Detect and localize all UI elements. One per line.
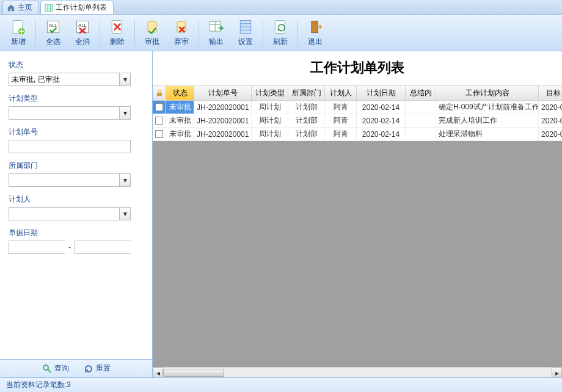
grid-header: 状态 计划单号 计划类型 所属部门 计划人 计划日期 总结内 工作计划内容 目标 — [153, 86, 562, 101]
row-checkbox[interactable] — [153, 114, 166, 127]
cell-content: 确定H-009试产计划前准备工作 — [436, 101, 539, 114]
planner-input[interactable] — [9, 208, 119, 220]
col-planno[interactable]: 计划单号 — [194, 86, 252, 100]
planno-input[interactable] — [9, 140, 130, 153]
delete-icon — [109, 18, 126, 35]
dropdown-icon[interactable]: ▾ — [119, 208, 130, 220]
horizontal-scrollbar[interactable]: ◂ ▸ — [153, 367, 562, 377]
refresh-icon — [272, 18, 289, 35]
col-content[interactable]: 工作计划内容 — [436, 86, 539, 100]
table-row[interactable]: 未审批JH-2020020001周计划计划部阿青2020-02-14确定H-00… — [153, 101, 562, 114]
row-checkbox[interactable] — [153, 101, 166, 114]
settings-icon — [237, 18, 254, 35]
svg-rect-25 — [157, 93, 162, 96]
col-checkbox[interactable] — [153, 86, 166, 100]
tab-home[interactable]: 主页 — [2, 1, 39, 14]
content-area: 工作计划单列表 状态 计划单号 计划类型 所属部门 计划人 计划日期 总结内 工… — [153, 51, 562, 377]
deselect-all-icon: ALL — [74, 18, 91, 35]
col-dept[interactable]: 所属部门 — [288, 86, 325, 100]
svg-point-23 — [43, 365, 48, 370]
col-target[interactable]: 目标 — [539, 86, 562, 100]
cell-planner: 阿青 — [325, 114, 357, 127]
dropdown-icon[interactable]: ▾ — [119, 107, 130, 119]
refresh-button[interactable]: 刷新 — [266, 16, 295, 50]
select-all-button[interactable]: ALL 全选 — [38, 16, 68, 50]
separator — [100, 20, 100, 46]
row-checkbox[interactable] — [153, 128, 166, 140]
separator — [35, 20, 36, 46]
tab-label: 主页 — [18, 2, 32, 13]
deselect-all-button[interactable]: ALL 全消 — [68, 16, 97, 50]
export-icon — [208, 18, 225, 35]
record-count: 当前资料记录笔数:3 — [6, 380, 71, 390]
reset-icon — [84, 364, 93, 374]
cell-planner: 阿青 — [325, 101, 357, 114]
table-row[interactable]: 未审批JH-2020020001周计划计划部阿青2020-02-14处理呆滞物料… — [153, 128, 562, 141]
home-icon — [7, 4, 15, 12]
svg-rect-22 — [312, 21, 318, 32]
cell-plantype: 周计划 — [252, 128, 288, 140]
page-title: 工作计划单列表 — [153, 51, 562, 85]
date-to-input[interactable] — [75, 241, 152, 253]
approve-button[interactable]: 审批 — [137, 16, 167, 50]
cell-status: 未审批 — [166, 114, 194, 127]
toolbar-label: 退出 — [308, 37, 323, 47]
dropdown-icon[interactable]: ▾ — [119, 174, 130, 186]
separator — [199, 20, 199, 46]
planno-input-wrap[interactable] — [9, 140, 131, 153]
toolbar-label: 输出 — [209, 37, 224, 47]
cell-status: 未审批 — [166, 128, 194, 140]
sidebar-footer: 查询 重置 — [0, 359, 152, 377]
cell-summary — [406, 114, 436, 127]
settings-button[interactable]: 设置 — [231, 16, 260, 50]
separator — [297, 20, 298, 46]
toolbar-label: 删除 — [110, 37, 125, 47]
scroll-thumb[interactable] — [163, 369, 224, 377]
cell-dept: 计划部 — [288, 114, 325, 127]
dept-input[interactable] — [9, 174, 119, 186]
col-status[interactable]: 状态 — [166, 86, 194, 100]
date-from-combo[interactable]: ▾ — [9, 241, 65, 254]
col-date[interactable]: 计划日期 — [357, 86, 406, 100]
cell-target: 2020-0 — [539, 101, 562, 114]
search-icon — [42, 364, 52, 374]
dropdown-icon[interactable]: ▾ — [119, 73, 130, 85]
approve-icon — [144, 18, 161, 35]
svg-line-24 — [48, 369, 51, 372]
scroll-right-icon[interactable]: ▸ — [552, 368, 562, 377]
svg-text:ALL: ALL — [78, 23, 87, 28]
svg-rect-21 — [275, 21, 285, 34]
status-input[interactable] — [9, 73, 119, 85]
exit-button[interactable]: 退出 — [301, 16, 330, 50]
scroll-left-icon[interactable]: ◂ — [153, 368, 163, 377]
dept-label: 所属部门 — [9, 161, 144, 171]
new-button[interactable]: 新增 — [4, 16, 33, 50]
plantype-label: 计划类型 — [9, 93, 144, 104]
cell-content: 完成新人培训工作 — [436, 114, 539, 127]
col-summary[interactable]: 总结内 — [406, 86, 436, 100]
col-plantype[interactable]: 计划类型 — [252, 86, 288, 100]
cell-target: 2020-0 — [539, 128, 562, 140]
query-button[interactable]: 查询 — [42, 363, 69, 374]
dept-combo[interactable]: ▾ — [9, 173, 131, 187]
reset-button[interactable]: 重置 — [84, 363, 111, 374]
planno-label: 计划单号 — [9, 127, 144, 137]
plantype-input[interactable] — [9, 107, 119, 119]
reject-button[interactable]: 弃审 — [167, 16, 196, 50]
toolbar-label: 刷新 — [273, 37, 288, 47]
export-button[interactable]: 输出 — [202, 16, 231, 50]
planner-label: 计划人 — [9, 194, 144, 205]
col-planner[interactable]: 计划人 — [325, 86, 357, 100]
cell-summary — [406, 128, 436, 140]
date-to-combo[interactable]: ▾ — [75, 241, 131, 254]
planner-combo[interactable]: ▾ — [9, 207, 131, 220]
delete-button[interactable]: 删除 — [103, 16, 132, 50]
cell-date: 2020-02-14 — [357, 101, 406, 114]
plantype-combo[interactable]: ▾ — [9, 106, 131, 120]
table-row[interactable]: 未审批JH-2020020001周计划计划部阿青2020-02-14完成新人培训… — [153, 114, 562, 128]
cell-plantype: 周计划 — [252, 114, 288, 127]
toolbar-label: 新增 — [11, 37, 26, 47]
status-bar: 当前资料记录笔数:3 — [0, 377, 562, 392]
tab-workplan-list[interactable]: 工作计划单列表 — [40, 1, 114, 14]
status-combo[interactable]: ▾ — [9, 73, 131, 86]
